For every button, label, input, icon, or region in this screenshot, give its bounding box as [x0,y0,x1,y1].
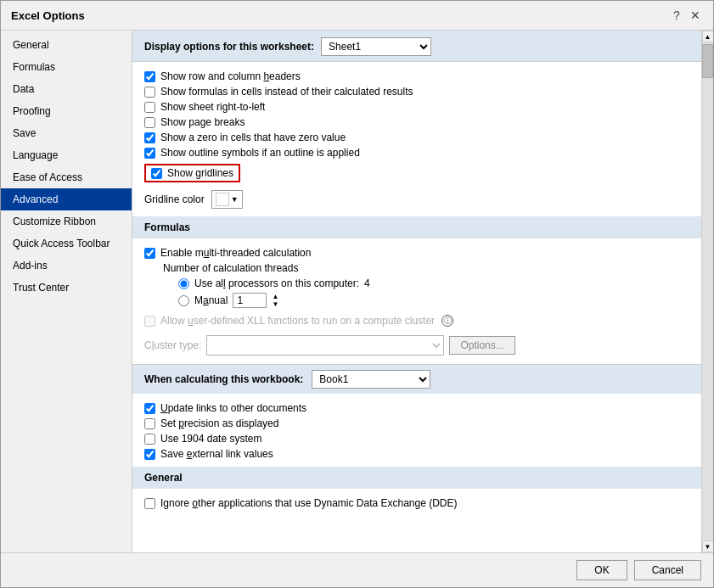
general-header-label: General [144,472,183,484]
show-gridlines-label: Show gridlines [167,167,233,179]
workbook-section-content: Update links to other documents Set prec… [132,394,701,467]
sidebar-item-advanced[interactable]: Advanced [1,188,132,210]
threads-label-row: Number of calculation threads [163,260,689,276]
set-precision-checkbox[interactable] [144,418,155,429]
dialog-title: Excel Options [11,9,85,22]
show-gridlines-row: Show gridlines [144,162,689,184]
use-1904-label: Use 1904 date system [160,433,261,445]
gridline-color-button[interactable]: ▼ [211,190,243,209]
help-button[interactable]: ? [669,8,684,23]
general-section-header: General [132,467,701,489]
manual-threads-row: Manual ▲▼ [178,291,689,310]
sidebar-item-language[interactable]: Language [1,144,132,166]
scrollbar-track[interactable] [702,42,713,540]
sidebar-item-data[interactable]: Data [1,78,132,100]
sidebar: General Formulas Data Proofing Save Lang… [1,31,132,552]
scrollbar: ▲ ▼ [701,31,713,552]
display-options-label: Display options for this worksheet: [144,41,314,53]
workbook-section-header: When calculating this workbook: Book1 [132,364,701,394]
show-zero-row: Show a zero in cells that have zero valu… [144,130,689,145]
excel-options-dialog: Excel Options ? ✕ General Formulas Data … [0,0,714,588]
workbook-dropdown[interactable]: Book1 [312,370,430,389]
gridline-color-row: Gridline color ▼ [144,188,689,211]
sidebar-item-formulas[interactable]: Formulas [1,56,132,78]
use-all-processors-radio[interactable] [178,278,189,289]
sidebar-item-general[interactable]: General [1,34,132,56]
show-zero-checkbox[interactable] [144,132,155,143]
cluster-options-button[interactable]: Options... [449,336,514,355]
sidebar-item-add-ins[interactable]: Add-ins [1,255,132,277]
show-outline-checkbox[interactable] [144,148,155,159]
general-section-content: Ignore other applications that use Dynam… [132,489,701,516]
ignore-dde-label: Ignore other applications that use Dynam… [160,497,458,509]
show-row-col-headers-row: Show row and column headers [144,69,689,84]
cluster-type-label: Cluster type: [144,339,201,351]
ok-button[interactable]: OK [576,560,627,580]
threads-spinner-arrows[interactable]: ▲▼ [272,293,278,308]
sidebar-item-quick-access-toolbar[interactable]: Quick Access Toolbar [1,232,132,255]
update-links-label: Update links to other documents [160,402,306,414]
show-page-breaks-row: Show page breaks [144,115,689,130]
dialog-body: General Formulas Data Proofing Save Lang… [1,31,713,552]
threads-label: Number of calculation threads [163,262,298,274]
enable-multithreaded-checkbox[interactable] [144,248,155,259]
allow-xll-label: Allow user-defined XLL functions to run … [160,315,435,327]
display-options-content: Show row and column headers Show formula… [132,62,701,216]
formulas-header-label: Formulas [144,221,190,233]
show-zero-label: Show a zero in cells that have zero valu… [160,132,346,143]
allow-xll-checkbox[interactable] [144,316,155,327]
use-all-processors-row: Use all processors on this computer: 4 [178,276,689,291]
scrollbar-thumb[interactable] [702,44,713,78]
cancel-button[interactable]: Cancel [634,560,701,580]
save-ext-links-label: Save external link values [160,448,273,460]
sidebar-item-trust-center[interactable]: Trust Center [1,277,132,299]
main-content: Display options for this worksheet: Shee… [132,31,701,552]
show-sheet-rtl-row: Show sheet right-to-left [144,99,689,115]
use-all-processors-label: Use all processors on this computer: [194,277,359,289]
cluster-type-dropdown[interactable] [206,335,444,356]
color-swatch [216,193,229,206]
manual-threads-input[interactable] [233,293,267,308]
set-precision-row: Set precision as displayed [144,416,689,431]
show-row-col-headers-checkbox[interactable] [144,71,155,82]
close-button[interactable]: ✕ [688,8,703,23]
manual-threads-label: Manual [194,294,228,306]
enable-multithreaded-label: Enable multi-threaded calculation [160,247,311,259]
use-1904-row: Use 1904 date system [144,431,689,446]
save-ext-links-row: Save external link values [144,446,689,462]
show-sheet-rtl-checkbox[interactable] [144,102,155,113]
cluster-type-row: Cluster type: Options... [144,332,689,359]
sidebar-item-customize-ribbon[interactable]: Customize Ribbon [1,210,132,232]
show-row-col-headers-label: Show row and column headers [160,70,301,82]
show-formulas-label: Show formulas in cells instead of their … [160,86,413,98]
workbook-section-label: When calculating this workbook: [144,373,303,385]
sidebar-item-proofing[interactable]: Proofing [1,100,132,122]
dialog-footer: OK Cancel [1,552,713,587]
processor-count-value: 4 [364,277,370,289]
show-gridlines-checkbox[interactable] [151,168,162,179]
show-formulas-row: Show formulas in cells instead of their … [144,84,689,99]
sidebar-item-ease-of-access[interactable]: Ease of Access [1,166,132,188]
gridline-color-label: Gridline color [144,193,205,205]
sidebar-item-save[interactable]: Save [1,122,132,144]
update-links-checkbox[interactable] [144,403,155,414]
manual-threads-radio[interactable] [178,295,189,306]
show-outline-label: Show outline symbols if an outline is ap… [160,147,360,159]
show-sheet-rtl-label: Show sheet right-to-left [160,101,265,113]
update-links-row: Update links to other documents [144,400,689,416]
ignore-dde-row: Ignore other applications that use Dynam… [144,496,689,511]
save-ext-links-checkbox[interactable] [144,449,155,460]
show-page-breaks-checkbox[interactable] [144,117,155,128]
worksheet-dropdown[interactable]: Sheet1 [321,37,431,56]
show-outline-row: Show outline symbols if an outline is ap… [144,145,689,160]
show-gridlines-highlight-box: Show gridlines [144,164,240,182]
scroll-down-button[interactable]: ▼ [702,540,714,552]
formulas-section-content: Enable multi-threaded calculation Number… [132,238,701,364]
dropdown-arrow-icon: ▼ [231,195,239,204]
use-1904-checkbox[interactable] [144,434,155,445]
title-bar: Excel Options ? ✕ [1,1,713,31]
scroll-up-button[interactable]: ▲ [702,31,714,42]
show-formulas-checkbox[interactable] [144,87,155,98]
formulas-section-header: Formulas [132,216,701,238]
ignore-dde-checkbox[interactable] [144,498,155,509]
